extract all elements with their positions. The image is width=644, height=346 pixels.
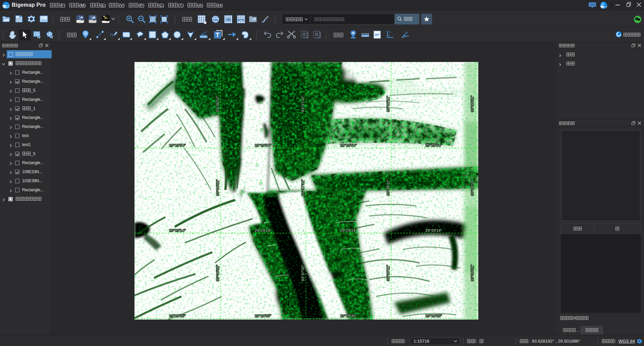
svg-text:29°29'14": 29°29'14"	[169, 228, 185, 232]
svg-text:29°28'35": 29°28'35"	[255, 314, 271, 318]
svg-text:29°28'35": 29°28'35"	[169, 314, 185, 318]
svg-text:m²: m²	[375, 32, 380, 37]
svg-text:29°28'35": 29°28'35"	[425, 314, 442, 318]
svg-text:93°38'11": 93°38'11"	[386, 96, 390, 112]
svg-text:N+M: N+M	[238, 18, 244, 21]
svg-text:93°38'51": 93°38'51"	[470, 265, 474, 281]
svg-text:29°29'54": 29°29'54"	[169, 143, 185, 147]
svg-text:93°38'11": 93°38'11"	[386, 265, 390, 281]
svg-text:29°29'14": 29°29'14"	[255, 228, 271, 232]
svg-text:N: N	[389, 31, 391, 33]
svg-text:93°37'32": 93°37'32"	[301, 265, 305, 281]
svg-text:93°36'52": 93°36'52"	[216, 95, 220, 112]
svg-text:29°29'54": 29°29'54"	[340, 143, 357, 147]
svg-text:Lng: Lng	[213, 18, 218, 21]
svg-text:93°38'51": 93°38'51"	[470, 179, 474, 196]
svg-text:93°36'52": 93°36'52"	[216, 179, 220, 196]
svg-text:29°29'14": 29°29'14"	[340, 228, 357, 232]
svg-text:KM: KM	[226, 18, 231, 21]
svg-text:93°36'52": 93°36'52"	[216, 265, 220, 281]
svg-text:93°38'51": 93°38'51"	[470, 95, 474, 112]
svg-text:29°28'35": 29°28'35"	[340, 314, 357, 318]
svg-text:93°37'32": 93°37'32"	[301, 179, 305, 196]
svg-text:29°29'54": 29°29'54"	[255, 143, 271, 147]
svg-text:29°29'14": 29°29'14"	[425, 228, 442, 232]
svg-text:93°37'32": 93°37'32"	[301, 95, 305, 112]
svg-text:93°38'11": 93°38'11"	[386, 180, 390, 196]
svg-text:29°29'54": 29°29'54"	[425, 143, 442, 147]
